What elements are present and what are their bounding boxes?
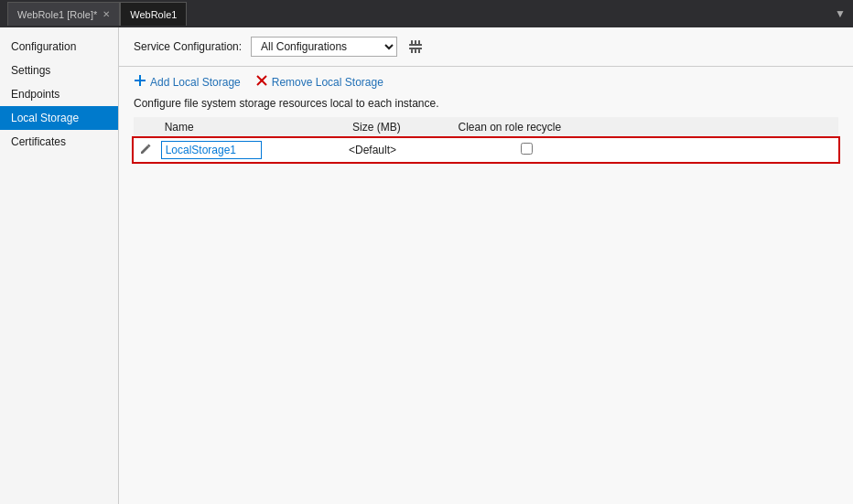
tab-webrole-role[interactable]: WebRole1 [Role]* ✕ xyxy=(7,2,120,26)
tab-webrole-role-label: WebRole1 [Role]* xyxy=(17,9,97,20)
sidebar-item-settings[interactable]: Settings xyxy=(0,59,118,82)
main-container: Configuration Settings Endpoints Local S… xyxy=(0,27,853,504)
clean-on-recycle-checkbox[interactable] xyxy=(521,143,533,155)
table-row[interactable]: <Default> xyxy=(134,138,838,163)
sidebar-item-endpoints[interactable]: Endpoints xyxy=(0,82,118,106)
remove-icon xyxy=(255,74,268,90)
service-config-bar: Service Configuration: All Configuration… xyxy=(119,27,853,67)
svg-rect-6 xyxy=(415,49,416,53)
content-area: Service Configuration: All Configuration… xyxy=(119,27,853,504)
name-input[interactable] xyxy=(161,141,262,159)
table-header-row: Name Size (MB) Clean on role recycle xyxy=(134,117,838,138)
remove-local-storage-button[interactable]: Remove Local Storage xyxy=(255,74,383,90)
title-bar-dropdown[interactable]: ▼ xyxy=(835,7,846,20)
sidebar-item-configuration[interactable]: Configuration xyxy=(0,35,118,59)
sidebar-item-local-storage[interactable]: Local Storage xyxy=(0,106,118,130)
col-header-extra xyxy=(603,117,838,138)
add-local-storage-label: Add Local Storage xyxy=(150,76,241,89)
svg-rect-3 xyxy=(409,44,422,46)
row-edit-icon xyxy=(134,138,157,163)
svg-rect-0 xyxy=(411,40,413,44)
row-size-cell: <Default> xyxy=(345,138,451,163)
tab-webrole1-label: WebRole1 xyxy=(130,9,177,20)
sidebar-item-certificates[interactable]: Certificates xyxy=(0,130,118,154)
add-local-storage-button[interactable]: Add Local Storage xyxy=(134,74,241,90)
svg-rect-9 xyxy=(135,80,146,81)
col-header-size: Size (MB) xyxy=(345,117,451,138)
svg-rect-7 xyxy=(418,49,420,53)
row-name-cell[interactable] xyxy=(157,138,345,163)
remove-local-storage-label: Remove Local Storage xyxy=(272,76,383,89)
table-area: Name Size (MB) Clean on role recycle xyxy=(134,117,838,162)
col-header-clean: Clean on role recycle xyxy=(450,117,603,138)
service-config-label: Service Configuration: xyxy=(134,40,242,53)
description-text: Configure file system storage resources … xyxy=(119,97,853,117)
row-extra-cell xyxy=(603,138,838,163)
action-bar: Add Local Storage Remove Local Storage xyxy=(119,67,853,97)
title-bar: WebRole1 [Role]* ✕ WebRole1 ▼ xyxy=(0,0,853,27)
tab-webrole-role-close[interactable]: ✕ xyxy=(103,9,110,19)
col-header-name: Name xyxy=(157,117,345,138)
svg-rect-5 xyxy=(411,49,413,53)
svg-rect-4 xyxy=(409,48,422,49)
svg-rect-1 xyxy=(415,40,416,44)
manage-config-icon[interactable] xyxy=(406,38,425,56)
service-config-select[interactable]: All Configurations Cloud Local xyxy=(251,37,397,57)
tab-webrole1[interactable]: WebRole1 xyxy=(120,2,187,26)
svg-rect-2 xyxy=(418,40,420,44)
storage-table: Name Size (MB) Clean on role recycle xyxy=(134,117,838,162)
sidebar: Configuration Settings Endpoints Local S… xyxy=(0,27,119,504)
col-header-edit xyxy=(134,117,157,138)
add-icon xyxy=(134,74,146,90)
row-clean-cell[interactable] xyxy=(450,138,603,163)
